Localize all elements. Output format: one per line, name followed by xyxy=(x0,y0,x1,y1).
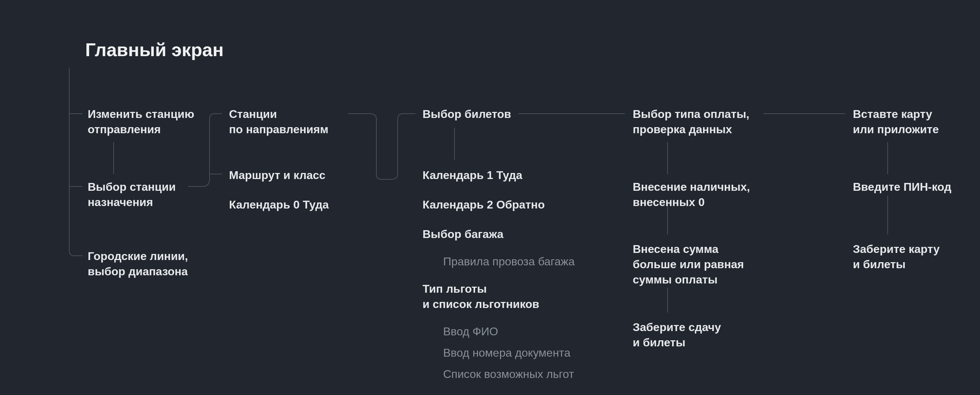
node-select-destination: Выбор станции назначения xyxy=(88,179,176,210)
node-enter-fio: Ввод ФИО xyxy=(443,324,498,339)
node-insert-card: Вставте карту или приложите xyxy=(853,107,939,137)
node-enter-pin: Введите ПИН-код xyxy=(853,179,951,195)
page-title: Главный экран xyxy=(85,37,224,62)
node-luggage: Выбор багажа xyxy=(423,227,503,242)
node-luggage-rules: Правила провоза багажа xyxy=(443,254,575,269)
node-city-lines: Городские линии, выбор диапазона xyxy=(88,248,188,279)
node-stations-by-direction: Станции по направлениям xyxy=(229,107,328,137)
node-benefit-type: Тип льготы и список льготников xyxy=(423,281,539,312)
node-calendar-1: Календарь 1 Туда xyxy=(423,168,522,183)
node-payment-type: Выбор типа оплаты, проверка данных xyxy=(633,107,749,137)
node-change-station: Изменить станцию отправления xyxy=(88,107,194,137)
node-calendar-0: Календарь 0 Туда xyxy=(229,197,329,212)
node-enter-doc-number: Ввод номера документа xyxy=(443,345,570,360)
node-ticket-selection: Выбор билетов xyxy=(423,107,511,122)
node-amount-enough: Внесена сумма больше или равная суммы оп… xyxy=(633,242,744,288)
node-take-card: Заберите карту и билеты xyxy=(853,242,940,272)
node-cash-input: Внесение наличных, внесенных 0 xyxy=(633,179,750,210)
node-benefits-list: Список возможных льгот xyxy=(443,366,574,382)
node-take-change: Заберите сдачу и билеты xyxy=(633,320,721,350)
node-route-class: Маршрут и класс xyxy=(229,168,326,183)
node-calendar-2: Календарь 2 Обратно xyxy=(423,197,545,212)
